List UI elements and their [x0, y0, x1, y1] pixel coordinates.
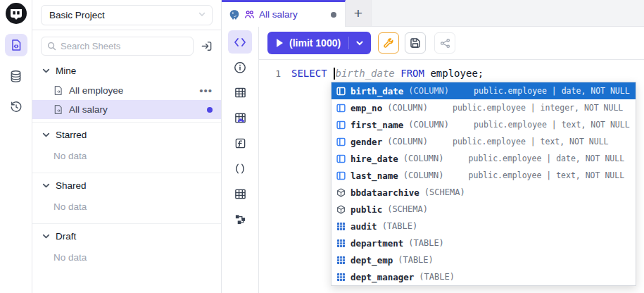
- run-limit-label: (limit 1000): [289, 37, 341, 49]
- save-icon: [410, 37, 421, 49]
- schema-icon: [336, 188, 346, 197]
- chevron-down-icon: [42, 130, 51, 139]
- sidebar-section-shared: SharedNo data: [32, 173, 221, 223]
- option-name: public: [351, 204, 382, 215]
- chevron-down-icon: [198, 10, 206, 20]
- project-select-value: Basic Project: [49, 10, 105, 20]
- autocomplete-option-last_name[interactable]: last_name(COLUMN)public.employee | text,…: [332, 167, 636, 184]
- option-kind: (COLUMN): [408, 86, 449, 96]
- sheet-item-all-employee[interactable]: All employee•••: [32, 81, 221, 100]
- strip-item-sheet-table[interactable]: [228, 182, 252, 206]
- option-name: bbdataarchive: [351, 187, 419, 198]
- search-sheets-input[interactable]: [61, 41, 187, 51]
- tab-all-salary[interactable]: All salary: [222, 0, 346, 27]
- option-name: audit: [351, 221, 377, 232]
- bytebase-logo-icon[interactable]: [6, 3, 27, 24]
- share-sheet-button[interactable]: [434, 32, 455, 54]
- strip-item-table[interactable]: [228, 81, 252, 104]
- column-icon: [336, 171, 346, 180]
- column-icon: [336, 120, 346, 130]
- table-icon: [336, 256, 346, 265]
- chevron-down-icon: [42, 181, 51, 190]
- plus-icon: +: [354, 5, 362, 22]
- section-label: Draft: [56, 231, 76, 242]
- left-rail: [0, 0, 32, 293]
- autocomplete-option-bbdataarchive[interactable]: bbdataarchive(SCHEMA): [332, 184, 636, 201]
- option-name: birth_date: [351, 86, 403, 96]
- sidebar-section-starred: StarredNo data: [32, 122, 221, 173]
- option-detail: public.employee | text, NOT NULL: [469, 170, 625, 180]
- option-kind: (TABLE): [398, 255, 434, 265]
- strip-item-code[interactable]: [228, 30, 252, 54]
- sql-tail: employee;: [430, 68, 484, 79]
- option-kind: (TABLE): [419, 272, 455, 282]
- autocomplete-option-first_name[interactable]: first_name(COLUMN)public.employee | text…: [332, 116, 636, 133]
- column-icon: [336, 104, 346, 113]
- sidebar: Basic Project MineAll employee•••All sal…: [32, 0, 222, 293]
- option-detail: public.employee | date, NOT NULL: [469, 154, 625, 163]
- table-grid-icon: [234, 87, 246, 99]
- sidebar-header: Basic Project: [32, 0, 221, 30]
- rail-item-databases[interactable]: [5, 65, 27, 87]
- empty-placeholder: No data: [32, 145, 221, 170]
- strip-item-flow[interactable]: [228, 208, 252, 231]
- sheet-label: All salary: [69, 104, 108, 115]
- section-header-draft[interactable]: Draft: [32, 225, 221, 247]
- strip-item-er-diagram[interactable]: [228, 106, 252, 130]
- autocomplete-option-birth_date[interactable]: birth_date(COLUMN)public.employee | date…: [332, 82, 636, 99]
- run-query-button[interactable]: (limit 1000): [267, 32, 371, 54]
- import-sheet-icon[interactable]: [199, 39, 214, 54]
- sheet-item-all-salary[interactable]: All salary: [32, 100, 221, 119]
- section-header-shared[interactable]: Shared: [32, 175, 221, 196]
- section-label: Starred: [56, 130, 87, 140]
- table-schema-icon: [234, 112, 246, 124]
- autocomplete-option-department[interactable]: department(TABLE): [332, 235, 636, 251]
- strip-item-brackets[interactable]: [228, 157, 252, 180]
- sheet-tree: MineAll employee•••All salaryStarredNo d…: [32, 58, 221, 293]
- column-icon: [336, 137, 346, 146]
- option-kind: (TABLE): [382, 221, 418, 231]
- line-number: 1: [259, 68, 281, 79]
- run-options-chevron-icon[interactable]: [355, 39, 364, 47]
- autocomplete-option-dept_emp[interactable]: dept_emp(TABLE): [332, 251, 636, 268]
- database-icon: [9, 70, 23, 83]
- section-header-starred[interactable]: Starred: [32, 124, 221, 145]
- sheet-search-row: [32, 30, 221, 58]
- rail-item-history[interactable]: [5, 96, 27, 118]
- sql-editor[interactable]: 1 SELECT birth_date FROM employee; birth…: [259, 60, 644, 293]
- option-name: last_name: [351, 170, 398, 181]
- schema-icon: [336, 205, 346, 214]
- section-header-mine[interactable]: Mine: [32, 60, 221, 81]
- option-detail: public.employee | integer, NOT NULL: [453, 103, 623, 113]
- strip-item-function[interactable]: [228, 132, 252, 155]
- autocomplete-option-hire_date[interactable]: hire_date(COLUMN)public.employee | date,…: [332, 150, 636, 167]
- rail-item-sheets[interactable]: [5, 34, 27, 56]
- unsaved-dot: [331, 12, 336, 18]
- search-input-wrap: [41, 37, 194, 56]
- table-icon: [336, 239, 346, 248]
- column-icon: [336, 154, 346, 163]
- autocomplete-option-audit[interactable]: audit(TABLE): [332, 218, 636, 235]
- option-kind: (COLUMN): [387, 137, 428, 146]
- postgres-icon: [229, 9, 240, 20]
- tab-label: All salary: [259, 9, 298, 20]
- autocomplete-option-gender[interactable]: gender(COLUMN)public.employee | text, NO…: [332, 133, 636, 150]
- autocomplete-option-dept_manager[interactable]: dept_manager(TABLE): [332, 268, 636, 285]
- history-icon: [10, 101, 23, 113]
- more-actions-icon[interactable]: •••: [199, 88, 213, 94]
- section-label: Mine: [56, 66, 76, 76]
- main-area: All salary + (limit 1000): [222, 0, 644, 293]
- new-tab-button[interactable]: +: [346, 0, 372, 26]
- strip-item-info[interactable]: [228, 56, 252, 79]
- autocomplete-option-emp_no[interactable]: emp_no(COLUMN)public.employee | integer,…: [332, 99, 636, 116]
- rail-nav: [5, 34, 27, 127]
- project-select[interactable]: Basic Project: [41, 5, 213, 25]
- chevron-down-icon: [42, 66, 51, 75]
- save-sheet-button[interactable]: [405, 32, 426, 54]
- code-line-1: 1 SELECT birth_date FROM employee;: [259, 66, 484, 80]
- option-detail: public.employee | text, NOT NULL: [453, 137, 609, 146]
- play-icon: [277, 39, 283, 47]
- format-sql-button[interactable]: [378, 32, 399, 54]
- autocomplete-option-public[interactable]: public(SCHEMA): [332, 201, 636, 218]
- option-kind: (SCHEMA): [424, 187, 465, 197]
